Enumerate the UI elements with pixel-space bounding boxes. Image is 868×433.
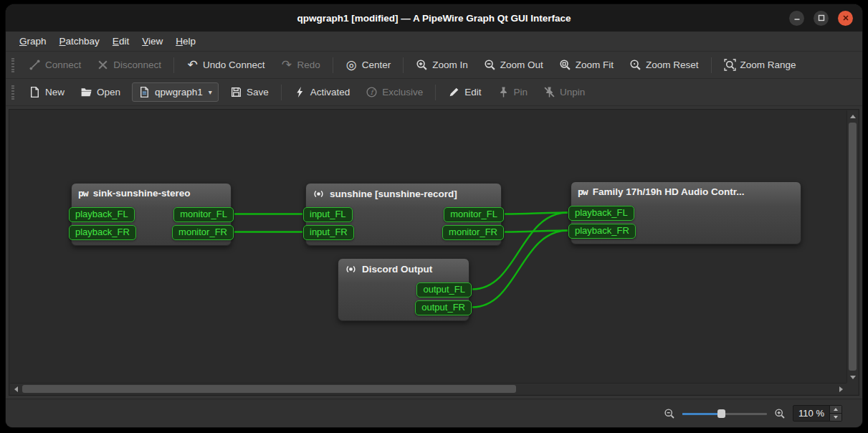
spin-up-button[interactable] <box>830 406 841 414</box>
edit-toolbar: Connect Disconnect ↶ Undo Connect ↷ Redo… <box>6 52 862 79</box>
zoom-range-icon <box>724 59 736 71</box>
menu-patchbay[interactable]: Patchbay <box>53 33 106 49</box>
input-port[interactable]: playback_FL <box>568 206 634 221</box>
disconnect-label: Disconnect <box>113 60 161 70</box>
toolbar-separator <box>333 57 333 73</box>
disconnect-icon <box>97 59 109 71</box>
patchbay-file-icon <box>138 86 151 98</box>
zoom-in-icon[interactable] <box>774 408 786 419</box>
toolbar-handle[interactable] <box>11 85 14 100</box>
minimize-button[interactable] <box>789 11 804 26</box>
input-port[interactable]: input_FL <box>303 207 353 222</box>
window-title: qpwgraph1 [modified] — A PipeWire Graph … <box>297 13 571 24</box>
zoom-range-button[interactable]: Zoom Range <box>717 55 803 75</box>
redo-button[interactable]: ↷ Redo <box>273 55 327 75</box>
node-title: Family 17h/19h HD Audio Contr... <box>593 186 745 197</box>
zoom-reset-button[interactable]: Zoom Reset <box>622 55 706 75</box>
connect-button[interactable]: Connect <box>22 55 88 75</box>
node-sink-sunshine-stereo[interactable]: pw sink-sunshine-stereo playback_FL play… <box>71 183 232 246</box>
zoom-fit-button[interactable]: Zoom Fit <box>552 55 621 75</box>
pin-button[interactable]: Pin <box>490 82 535 102</box>
zoom-slider-handle[interactable] <box>717 409 725 418</box>
unpin-button[interactable]: Unpin <box>536 82 592 102</box>
zoom-in-button[interactable]: Zoom In <box>409 55 475 75</box>
spin-down-button[interactable] <box>830 414 841 421</box>
input-port[interactable]: playback_FL <box>69 207 135 222</box>
pipewire-icon: pw <box>78 188 88 199</box>
node-header: Discord Output <box>338 259 469 278</box>
toolbar-handle[interactable] <box>11 58 14 72</box>
zoom-value[interactable]: 110 % <box>793 406 829 421</box>
node-title: Discord Output <box>362 264 432 275</box>
toolbar-separator <box>435 85 436 100</box>
scroll-left-button[interactable] <box>10 384 22 395</box>
zoom-slider[interactable] <box>682 407 767 420</box>
menu-view[interactable]: View <box>135 33 169 49</box>
menu-edit[interactable]: Edit <box>106 33 135 49</box>
output-port[interactable]: output_FL <box>416 282 472 298</box>
node-family-hd-audio[interactable]: pw Family 17h/19h HD Audio Contr... play… <box>571 181 801 244</box>
zoom-spinbox[interactable]: 110 % <box>793 405 842 422</box>
node-discord-output[interactable]: Discord Output output_FL output_FR <box>338 258 469 321</box>
graph-canvas[interactable]: pw sink-sunshine-stereo playback_FL play… <box>10 110 846 383</box>
unpin-label: Unpin <box>560 87 585 97</box>
input-port[interactable]: input_FR <box>303 225 354 240</box>
save-button[interactable]: Save <box>223 82 276 102</box>
center-button[interactable]: ◎ Center <box>338 55 399 75</box>
connect-label: Connect <box>45 60 81 70</box>
graph-view: pw sink-sunshine-stereo playback_FL play… <box>9 109 859 396</box>
unpin-icon <box>543 86 555 98</box>
output-port[interactable]: monitor_FR <box>442 225 504 240</box>
zoom-fit-label: Zoom Fit <box>576 60 614 70</box>
menu-help[interactable]: Help <box>169 33 202 49</box>
activated-button[interactable]: Activated <box>287 82 358 102</box>
redo-label: Redo <box>297 60 320 70</box>
triangle-right-icon <box>839 386 843 392</box>
output-port[interactable]: output_FR <box>415 300 472 315</box>
output-port[interactable]: monitor_FR <box>172 225 234 240</box>
input-port[interactable]: playback_FR <box>69 225 136 240</box>
output-port[interactable]: monitor_FL <box>444 207 504 222</box>
maximize-button[interactable] <box>814 11 829 26</box>
menu-graph[interactable]: Graph <box>13 33 53 49</box>
pipewire-icon: pw <box>578 186 588 197</box>
patchbay-selector-value: qpwgraph1 <box>155 87 203 97</box>
horizontal-scrollbar-thumb[interactable] <box>22 385 516 393</box>
new-button[interactable]: New <box>22 82 72 102</box>
scroll-up-button[interactable] <box>847 110 859 122</box>
close-icon <box>842 14 849 22</box>
node-header: sunshine [sunshine-record] <box>306 184 501 203</box>
open-button[interactable]: Open <box>73 82 128 102</box>
disconnect-button[interactable]: Disconnect <box>90 55 168 75</box>
exclusive-button[interactable]: f Exclusive <box>358 82 430 102</box>
connect-icon <box>29 59 41 71</box>
main-area: pw sink-sunshine-stereo playback_FL play… <box>6 106 862 399</box>
triangle-left-icon <box>14 386 18 392</box>
edit-patchbay-button[interactable]: Edit <box>441 82 488 102</box>
desktop-background: qpwgraph1 [modified] — A PipeWire Graph … <box>0 0 868 433</box>
vertical-scrollbar-thumb[interactable] <box>849 123 857 371</box>
qpwgraph-window: qpwgraph1 [modified] — A PipeWire Graph … <box>6 4 862 427</box>
exclusive-label: Exclusive <box>382 87 423 97</box>
titlebar[interactable]: qpwgraph1 [modified] — A PipeWire Graph … <box>6 4 862 32</box>
horizontal-scrollbar[interactable] <box>10 383 846 394</box>
node-sunshine-record[interactable]: sunshine [sunshine-record] input_FL inpu… <box>305 183 502 246</box>
exclusive-icon: f <box>366 86 378 98</box>
undo-connect-button[interactable]: ↶ Undo Connect <box>179 55 272 75</box>
scroll-down-button[interactable] <box>847 371 859 383</box>
output-port[interactable]: monitor_FL <box>173 207 234 222</box>
pencil-icon <box>448 86 460 98</box>
zoom-out-icon[interactable] <box>664 408 675 419</box>
statusbar: 110 % <box>6 399 862 427</box>
activated-bolt-icon <box>294 86 306 98</box>
zoom-out-button[interactable]: Zoom Out <box>477 55 550 75</box>
toolbar-separator <box>403 57 404 73</box>
open-label: Open <box>97 87 120 97</box>
vertical-scrollbar[interactable] <box>846 110 858 383</box>
scroll-right-button[interactable] <box>835 384 846 395</box>
close-button[interactable] <box>838 11 853 26</box>
zoom-out-icon <box>484 59 496 71</box>
patchbay-selector[interactable]: qpwgraph1 ▾ <box>132 82 219 102</box>
input-port[interactable]: playback_FR <box>568 224 636 239</box>
node-header: pw Family 17h/19h HD Audio Contr... <box>571 182 801 200</box>
